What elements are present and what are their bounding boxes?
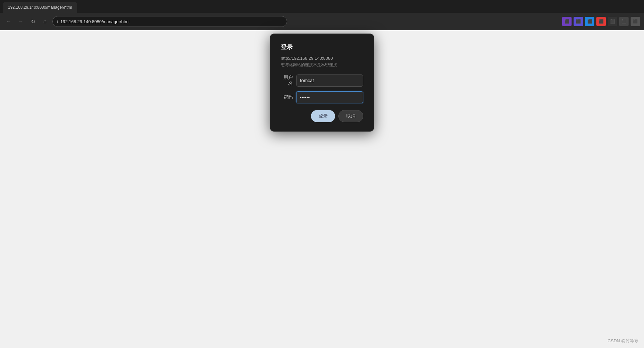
login-button[interactable]: 登录 <box>311 110 335 122</box>
watermark: CSDN @竹等寒 <box>607 338 639 344</box>
username-input[interactable] <box>296 74 363 87</box>
tab-title: 192.168.29.140:8080/manager/html <box>8 5 72 10</box>
dialog-subtitle: 您与此网站的连接不是私密连接 <box>281 62 363 68</box>
password-label: 密码 <box>281 94 293 100</box>
extension-icon-1[interactable]: ⬛ <box>562 17 572 26</box>
cancel-button[interactable]: 取消 <box>338 110 363 122</box>
password-row: 密码 <box>281 91 363 103</box>
extension-icon-4[interactable]: ⬛ <box>596 17 606 26</box>
username-row: 用户名 <box>281 74 363 87</box>
dialog-buttons: 登录 取消 <box>281 110 363 122</box>
page-content: 登录 http://192.168.29.140:8080 您与此网站的连接不是… <box>0 30 644 348</box>
home-icon: ⌂ <box>43 18 47 24</box>
back-button[interactable]: ← <box>4 17 13 26</box>
forward-button[interactable]: → <box>16 17 25 26</box>
username-label: 用户名 <box>281 74 293 87</box>
extension-icon-5[interactable]: ⬛ <box>608 17 617 26</box>
password-input[interactable] <box>296 91 363 103</box>
forward-icon: → <box>18 18 23 24</box>
reload-icon: ↻ <box>31 18 35 25</box>
dialog-title: 登录 <box>281 43 363 51</box>
reload-button[interactable]: ↻ <box>28 17 38 26</box>
watermark-text: CSDN @竹等寒 <box>607 338 639 343</box>
back-icon: ← <box>6 18 11 24</box>
dialog-url: http://192.168.29.140:8080 <box>281 56 363 61</box>
browser-chrome: 192.168.29.140:8080/manager/html ← → ↻ ⌂… <box>0 0 644 30</box>
extension-icon-3[interactable]: ⬛ <box>585 17 594 26</box>
active-tab[interactable]: 192.168.29.140:8080/manager/html <box>3 2 77 13</box>
home-button[interactable]: ⌂ <box>40 17 50 26</box>
browser-tabs: 192.168.29.140:8080/manager/html <box>0 0 644 13</box>
lock-icon: ℹ <box>57 19 58 24</box>
dialog-overlay: 登录 http://192.168.29.140:8080 您与此网站的连接不是… <box>0 30 644 348</box>
browser-toolbar: ← → ↻ ⌂ ℹ 192.168.29.140:8080/manager/ht… <box>0 13 644 30</box>
extension-icon-2[interactable]: ⬛ <box>574 17 583 26</box>
auth-dialog: 登录 http://192.168.29.140:8080 您与此网站的连接不是… <box>270 34 374 132</box>
address-bar[interactable]: ℹ 192.168.29.140:8080/manager/html <box>52 16 287 27</box>
url-text: 192.168.29.140:8080/manager/html <box>60 19 129 24</box>
extension-icon-6[interactable]: ⬛ <box>619 17 629 26</box>
profile-icon[interactable]: ⬛ <box>631 17 640 26</box>
browser-extensions: ⬛ ⬛ ⬛ ⬛ ⬛ ⬛ ⬛ <box>562 17 640 26</box>
